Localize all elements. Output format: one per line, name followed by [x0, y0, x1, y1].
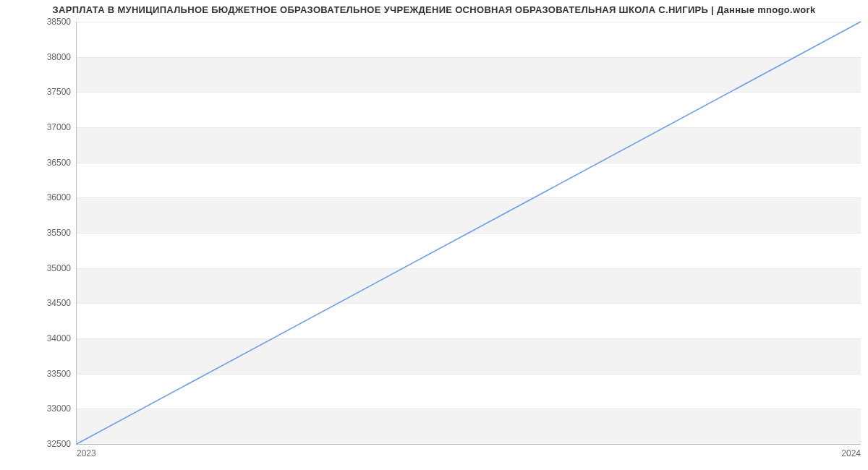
y-tick-label: 34000 — [47, 333, 77, 343]
series-line — [77, 22, 861, 444]
y-tick-label: 35000 — [47, 263, 77, 273]
y-tick-label: 35500 — [47, 228, 77, 238]
y-tick-label: 37500 — [47, 87, 77, 97]
plot-area: 3250033000335003400034500350003550036000… — [76, 22, 861, 445]
line-layer — [77, 22, 861, 444]
y-tick-label: 36500 — [47, 158, 77, 168]
salary-line-chart: ЗАРПЛАТА В МУНИЦИПАЛЬНОЕ БЮДЖЕТНОЕ ОБРАЗ… — [0, 0, 868, 470]
y-tick-label: 36000 — [47, 192, 77, 202]
y-tick-label: 33500 — [47, 369, 77, 379]
y-tick-label: 34500 — [47, 298, 77, 308]
x-tick-label: 2023 — [77, 444, 96, 458]
y-tick-label: 32500 — [47, 439, 77, 449]
x-tick-label: 2024 — [841, 444, 861, 458]
y-tick-label: 38500 — [47, 17, 77, 27]
chart-title: ЗАРПЛАТА В МУНИЦИПАЛЬНОЕ БЮДЖЕТНОЕ ОБРАЗ… — [0, 4, 868, 15]
y-tick-label: 38000 — [47, 52, 77, 62]
y-tick-label: 37000 — [47, 122, 77, 132]
y-tick-label: 33000 — [47, 403, 77, 414]
